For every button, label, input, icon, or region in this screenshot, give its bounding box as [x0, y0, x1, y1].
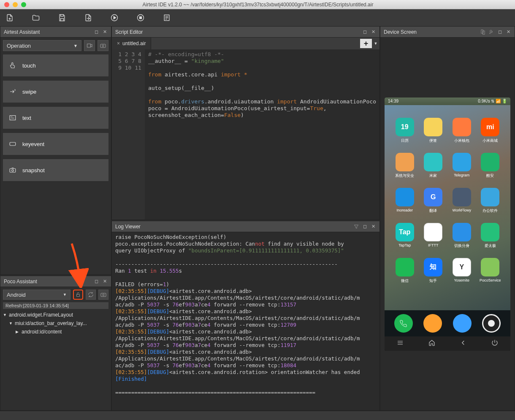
svg-rect-14 [481, 30, 483, 33]
phone-app[interactable]: 系统与安全 [390, 153, 419, 179]
phone-app-icon [424, 118, 442, 136]
poco-snapshot-button[interactable] [98, 290, 108, 300]
phone-app[interactable]: G翻译 [419, 188, 448, 214]
panel-close-icon[interactable]: ✕ [370, 224, 376, 230]
phone-app[interactable]: Telegram [447, 153, 476, 179]
phone-app-grid: 19日历便签小米钱包mi小米商城系统与安全米家Telegram酷安Inoread… [385, 113, 510, 289]
airtest-assistant-header: Airtest Assistant ◻ ✕ [0, 27, 111, 38]
phone-app-icon [481, 153, 499, 171]
phone-app[interactable]: 知知乎 [419, 258, 448, 284]
snapshot-big-button[interactable]: snapshot [3, 159, 108, 181]
phone-app-label: 米家 [429, 173, 437, 179]
device-connect-icon[interactable] [480, 29, 486, 35]
phone-app-label: 小米钱包 [454, 138, 469, 144]
panel-close-icon[interactable]: ✕ [102, 279, 108, 285]
phone-app-icon: 知 [424, 258, 442, 276]
phone-app-icon [453, 188, 471, 206]
stop-button[interactable] [136, 13, 145, 22]
snapshot-button[interactable] [98, 40, 108, 51]
tab-close-icon[interactable]: × [117, 41, 120, 46]
phone-app[interactable]: mi小米商城 [476, 118, 505, 144]
report-button[interactable] [162, 13, 171, 22]
swipe-label: swipe [22, 89, 36, 95]
phone-app[interactable]: 微信 [390, 258, 419, 284]
panel-close-icon[interactable]: ✕ [102, 29, 108, 35]
tab-dropdown-button[interactable]: ▼ [372, 39, 379, 48]
poco-refresh-button[interactable] [86, 290, 96, 300]
phone-nav-back-icon[interactable] [459, 339, 467, 348]
phone-app[interactable]: 小米钱包 [447, 118, 476, 144]
window-controls [0, 2, 26, 7]
log-filter-icon[interactable] [353, 224, 359, 230]
zoom-window-button[interactable] [21, 2, 26, 7]
open-folder-button[interactable] [31, 13, 41, 22]
panel-float-icon[interactable]: ◻ [497, 29, 503, 35]
tree-row[interactable]: ▼miui:id/action_bar_overlay_lay... [3, 319, 108, 328]
poco-refresh-status: Refresh:[2019-01-19 14:35:54] [3, 302, 108, 309]
device-mirror[interactable]: 14:39 0.9K/s ⇅ 📶 🔋 19日历便签小米钱包mi小米商城系统与安全… [385, 98, 510, 351]
record-button[interactable] [84, 40, 95, 51]
phone-app-icon [481, 188, 499, 206]
save-button[interactable] [57, 13, 67, 22]
phone-app-icon [424, 153, 442, 171]
log-output[interactable]: raise PocoNoSuchNodeException(self)poco.… [112, 232, 379, 410]
panel-float-icon[interactable]: ◻ [93, 279, 99, 285]
phone-app-icon [453, 153, 471, 171]
phone-app-label: 日历 [401, 138, 409, 144]
phone-app-label: 切换分身 [454, 243, 469, 249]
tree-row[interactable]: ▼android.widget.FrameLayout [3, 311, 108, 319]
svg-point-6 [102, 45, 104, 47]
phone-nav-power-icon[interactable] [491, 339, 499, 348]
touch-button[interactable]: touch [3, 54, 108, 76]
operation-select[interactable]: Operation ▼ [3, 40, 81, 51]
minimize-window-button[interactable] [13, 2, 18, 7]
phone-dock-browser-icon[interactable] [453, 314, 472, 333]
svg-rect-5 [100, 44, 106, 48]
phone-app[interactable]: TapTapTap [390, 223, 419, 249]
svg-rect-2 [140, 17, 142, 19]
phone-app[interactable]: 米家 [419, 153, 448, 179]
phone-app-label: 办公软件 [482, 208, 498, 214]
tree-row[interactable]: ▶android:id/content [3, 328, 108, 336]
phone-app[interactable]: 酷安 [476, 153, 505, 179]
phone-app[interactable]: 便签 [419, 118, 448, 144]
text-button[interactable]: text [3, 107, 108, 129]
phone-app[interactable]: 切换分身 [447, 223, 476, 249]
phone-app[interactable]: YYosemite [447, 258, 476, 284]
airtest-assistant-title: Airtest Assistant [4, 29, 40, 35]
svg-rect-9 [10, 168, 16, 172]
phone-app[interactable]: IFTTT [419, 223, 448, 249]
phone-dock-camera-icon[interactable] [482, 314, 501, 333]
export-button[interactable] [84, 13, 93, 22]
phone-dock-notes-icon[interactable] [423, 314, 442, 333]
run-button[interactable] [110, 13, 119, 22]
poco-lock-button[interactable] [73, 290, 83, 300]
new-tab-button[interactable]: + [360, 39, 372, 48]
device-tools-icon[interactable] [488, 29, 494, 35]
phone-app[interactable]: 19日历 [390, 118, 419, 144]
close-window-button[interactable] [4, 2, 9, 7]
phone-time: 14:39 [388, 99, 398, 103]
panel-close-icon[interactable]: ✕ [370, 29, 376, 35]
panel-float-icon[interactable]: ◻ [362, 29, 368, 35]
phone-app[interactable]: Inoreader [390, 188, 419, 214]
phone-nav-home-icon[interactable] [428, 339, 436, 348]
phone-nav-menu-icon[interactable] [396, 339, 404, 348]
new-file-button[interactable] [5, 13, 14, 22]
phone-app[interactable]: PocoService [476, 258, 505, 284]
panel-close-icon[interactable]: ✕ [505, 29, 511, 35]
phone-dock-phone-icon[interactable] [394, 314, 413, 333]
editor-tab[interactable]: × untitled.air [112, 38, 151, 49]
panel-float-icon[interactable]: ◻ [362, 224, 368, 230]
phone-app[interactable]: WorkFlowy [447, 188, 476, 214]
phone-app-icon [453, 118, 471, 136]
poco-platform-select[interactable]: Android ▼ [3, 290, 70, 300]
phone-app-label: Yosemite [454, 278, 469, 282]
code-editor[interactable]: 1 2 3 4 5 6 7 8 9 10 11 # -*- encoding=u… [112, 49, 379, 219]
keyevent-button[interactable]: keyevent [3, 133, 108, 155]
swipe-button[interactable]: swipe [3, 81, 108, 103]
phone-app[interactable]: 爱太极 [476, 223, 505, 249]
panel-float-icon[interactable]: ◻ [93, 29, 99, 35]
phone-app-label: 小米商城 [482, 138, 498, 144]
phone-app[interactable]: 办公软件 [476, 188, 505, 214]
